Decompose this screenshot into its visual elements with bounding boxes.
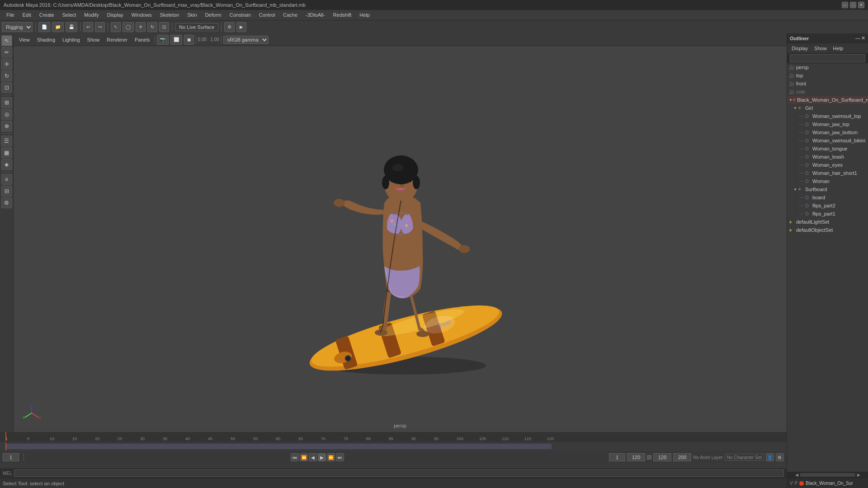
step-forward-button[interactable]: ⏩: [327, 453, 335, 461]
save-file-button[interactable]: 💾: [66, 22, 77, 32]
anim-layer[interactable]: ◈: [1, 159, 12, 170]
char-set-button[interactable]: 👤: [766, 453, 774, 461]
move-tool-left[interactable]: ✛: [1, 59, 12, 70]
rotate-tool[interactable]: ↻: [147, 22, 157, 32]
timeline-track[interactable]: [0, 442, 787, 451]
vp-show-menu[interactable]: Show: [85, 36, 103, 43]
menu-constrain[interactable]: Constrain: [226, 11, 255, 19]
timeline-ruler[interactable]: 1 5 10 15 20 25 30 35 40 45 50 55: [0, 432, 787, 442]
tree-item-eyes[interactable]: — ⬡ Woman_eyes: [787, 161, 868, 169]
outliner-scroll-track[interactable]: [800, 473, 855, 477]
viewport-3d-canvas[interactable]: South: [14, 46, 787, 432]
tree-item-front[interactable]: 🎥 front: [787, 80, 868, 88]
snap-grid[interactable]: ⊞: [1, 97, 12, 108]
vp-camera-button[interactable]: 📷: [157, 35, 169, 45]
tree-item-flips1[interactable]: — ⬡ flips_part1: [787, 210, 868, 218]
tool-settings[interactable]: ⚙: [1, 197, 12, 208]
display-layer[interactable]: ☰: [1, 136, 12, 146]
redo-button[interactable]: ↪: [95, 22, 105, 32]
snap-curve[interactable]: ◎: [1, 109, 12, 120]
render-button[interactable]: ▶: [236, 22, 246, 32]
tree-item-leash[interactable]: — ⬡ Woman_leash: [787, 153, 868, 161]
tree-item-black-woman[interactable]: ▼ ✳ Black_Woman_On_Surfboard_nc: [787, 96, 868, 104]
play-back-button[interactable]: ◀: [309, 453, 317, 461]
outliner-hscrollbar[interactable]: ◀ ▶: [787, 472, 868, 478]
frame-end-input[interactable]: [627, 453, 645, 461]
tree-item-surfboard[interactable]: ▼ ✳ Surfboard: [787, 185, 868, 193]
scale-tool-left[interactable]: ⊡: [1, 82, 12, 93]
select-tool-left[interactable]: ↖: [1, 35, 12, 46]
lasso-tool[interactable]: ◯: [123, 22, 134, 32]
vp-smooth-button[interactable]: ◼: [184, 35, 194, 45]
tree-item-jaw-bottom[interactable]: — ⬡ Woman_jaw_bottom: [787, 128, 868, 136]
attribute-editor[interactable]: ⊟: [1, 186, 12, 197]
menu-create[interactable]: Create: [36, 11, 58, 19]
menu-skin[interactable]: Skin: [184, 11, 200, 19]
skip-to-start-button[interactable]: ⏮: [291, 453, 299, 461]
mel-input[interactable]: [14, 469, 784, 477]
tree-item-girl[interactable]: ▼ ✳ Girl: [787, 104, 868, 112]
menu-select[interactable]: Select: [59, 11, 80, 19]
timeline-range[interactable]: [5, 444, 552, 449]
tree-item-board[interactable]: — ⬡ board: [787, 193, 868, 202]
tree-item-side[interactable]: 🎥 side: [787, 88, 868, 96]
tree-item-top[interactable]: 🎥 top: [787, 71, 868, 80]
menu-skeleton[interactable]: Skeleton: [156, 11, 183, 19]
outliner-scroll-left[interactable]: ◀: [793, 473, 800, 477]
outliner-help-menu[interactable]: Help: [830, 45, 846, 52]
menu-deform[interactable]: Deform: [202, 11, 225, 19]
frame-max-input[interactable]: [673, 453, 691, 461]
tree-item-persp[interactable]: 🎥 persp: [787, 63, 868, 71]
render-layer[interactable]: ▦: [1, 147, 12, 158]
step-back-button[interactable]: ⏪: [300, 453, 308, 461]
tree-item-woman[interactable]: — ⬡ Woman: [787, 177, 868, 185]
tree-item-objectset[interactable]: ◈ defaultObjectSet: [787, 226, 868, 234]
outliner-close-button[interactable]: ✕: [861, 35, 865, 41]
mode-selector[interactable]: Rigging: [2, 22, 33, 32]
menu-help[interactable]: Help: [356, 11, 373, 19]
rotate-tool-left[interactable]: ↻: [1, 70, 12, 81]
frame-current-input[interactable]: 1: [3, 453, 19, 461]
tree-item-tongue[interactable]: — ⬡ Woman_tongue: [787, 145, 868, 153]
vp-view-menu[interactable]: View: [16, 36, 33, 43]
tree-item-hair[interactable]: — ⬡ Woman_hair_short1: [787, 169, 868, 177]
move-tool[interactable]: ✛: [136, 22, 146, 32]
menu-control[interactable]: Control: [255, 11, 278, 19]
snap-point[interactable]: ⊕: [1, 121, 12, 131]
outliner-show-menu[interactable]: Show: [811, 45, 830, 52]
paint-tool[interactable]: ✏: [1, 47, 12, 58]
new-file-button[interactable]: 📄: [38, 22, 50, 32]
vp-lighting-menu[interactable]: Lighting: [60, 36, 83, 43]
menu-cache[interactable]: Cache: [279, 11, 301, 19]
anim-settings-button[interactable]: ⚙: [776, 453, 784, 461]
skip-to-end-button[interactable]: ⏭: [336, 453, 344, 461]
vp-renderer-menu[interactable]: Renderer: [104, 36, 130, 43]
menu-edit[interactable]: Edit: [19, 11, 35, 19]
close-button[interactable]: ✕: [858, 2, 864, 8]
minimize-button[interactable]: —: [842, 2, 848, 8]
menu-3dtool[interactable]: -3DtoAll-: [302, 11, 329, 19]
open-file-button[interactable]: 📁: [52, 22, 64, 32]
frame-start-input[interactable]: [609, 453, 625, 461]
outliner-search-input[interactable]: [790, 54, 865, 62]
vp-wireframe-button[interactable]: ⬜: [170, 35, 182, 45]
vp-shading-menu[interactable]: Shading: [34, 36, 58, 43]
menu-windows[interactable]: Windows: [128, 11, 156, 19]
tree-item-lightset[interactable]: ◈ defaultLightSet: [787, 218, 868, 226]
tree-item-flips2[interactable]: — ⬡ flips_part2: [787, 202, 868, 210]
live-surface-button[interactable]: No Live Surface: [175, 23, 218, 31]
undo-button[interactable]: ↩: [83, 22, 93, 32]
vp-panels-menu[interactable]: Panels: [132, 36, 153, 43]
outliner-display-menu[interactable]: Display: [789, 45, 811, 52]
outliner-minimize-button[interactable]: —: [855, 35, 860, 41]
tree-item-bikini[interactable]: — ⬡ Woman_swimsuit_bikini: [787, 136, 868, 145]
menu-display[interactable]: Display: [104, 11, 127, 19]
render-settings-button[interactable]: ⚙: [224, 22, 235, 32]
frame-range-end-input[interactable]: [653, 453, 671, 461]
vp-gamma-select[interactable]: sRGB gamma: [223, 36, 269, 44]
tree-item-jaw-top[interactable]: — ⬡ Woman_jaw_top: [787, 120, 868, 128]
menu-redshift[interactable]: Redshift: [330, 11, 355, 19]
scale-tool[interactable]: ⊡: [159, 22, 169, 32]
maximize-button[interactable]: □: [850, 2, 856, 8]
menu-file[interactable]: File: [3, 11, 18, 19]
